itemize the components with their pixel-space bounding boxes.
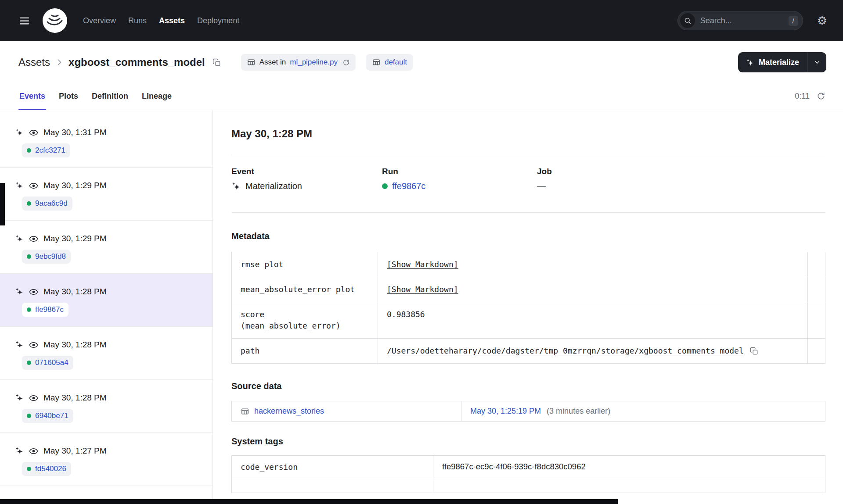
dagster-logo-icon	[42, 7, 68, 34]
metadata-key: rmse plot	[232, 252, 378, 277]
run-id-badge[interactable]: fd540026	[22, 462, 71, 476]
event-label: Event	[231, 167, 382, 176]
materialization-icon	[15, 128, 24, 137]
event-detail-title: May 30, 1:28 PM	[231, 128, 825, 140]
event-run-job-summary: Event Materialization Run ffe9867c Job —	[231, 167, 825, 191]
run-id-link[interactable]: 071605a4	[35, 358, 68, 367]
source-data-row: hackernews_stories May 30, 1:25:19 PM (3…	[232, 401, 825, 422]
hamburger-icon	[18, 15, 30, 27]
run-id-link[interactable]: ffe9867c	[35, 305, 64, 314]
event-list-item[interactable]: May 30, 1:27 PM fd540026	[0, 433, 213, 486]
search-icon	[680, 13, 695, 28]
metadata-value[interactable]: [Show Markdown]	[387, 260, 458, 269]
materialization-icon	[15, 393, 24, 402]
event-column: Event Materialization	[231, 167, 382, 191]
tab[interactable]: Plots	[58, 82, 79, 110]
run-id-link[interactable]: 9aca6c9d	[35, 199, 68, 208]
job-value: —	[537, 181, 825, 191]
run-id-badge[interactable]: 9aca6c9d	[22, 197, 72, 211]
nav-item[interactable]: Runs	[128, 16, 147, 25]
run-id-link[interactable]: 6940be71	[35, 411, 68, 420]
asset-definition-chip[interactable]: Asset in ml_pipeline.py	[241, 54, 356, 71]
reload-code-location-icon[interactable]	[342, 59, 350, 66]
events-sidebar: May 30, 1:31 PM 2cfc3271 May 30, 1:29 PM	[0, 110, 213, 501]
copy-asset-name-icon[interactable]	[210, 56, 223, 69]
refresh-icon[interactable]	[816, 91, 826, 101]
nav-item[interactable]: Overview	[83, 16, 116, 25]
event-timestamp: May 30, 1:28 PM	[43, 393, 107, 403]
asset-tabs-bar: Events Plots Definition Lineage 0:11	[0, 82, 843, 110]
run-id-badge[interactable]: 6940be71	[22, 409, 73, 423]
search-box[interactable]: /	[677, 11, 803, 30]
asset-group-link[interactable]: default	[385, 58, 407, 67]
breadcrumb-assets-link[interactable]: Assets	[18, 56, 50, 68]
search-input[interactable]	[699, 16, 784, 26]
metadata-action-cell	[808, 252, 825, 277]
metadata-action-cell	[808, 339, 825, 364]
run-id-link[interactable]: ffe9867c	[392, 181, 425, 191]
run-id-link[interactable]: 2cfc3271	[35, 146, 65, 155]
asset-in-label: Asset in	[259, 58, 286, 67]
top-nav-bar: Overview Runs Assets Deployment / ⚙︎	[0, 0, 843, 41]
run-id-badge[interactable]: 9ebc9fd8	[22, 250, 71, 264]
run-id-badge[interactable]: 071605a4	[22, 356, 73, 370]
upstream-asset-link[interactable]: hackernews_stories	[254, 407, 324, 416]
copy-path-icon[interactable]	[750, 347, 758, 357]
asset-group-chip[interactable]: default	[366, 54, 413, 71]
asset-table-icon	[241, 407, 249, 416]
system-tags-heading: System tags	[231, 436, 825, 447]
event-list-item[interactable]: May 30, 1:28 PM 6940be71	[0, 380, 213, 433]
page-header: Assets xgboost_comments_model Asset in m…	[0, 41, 843, 82]
asset-group-icon	[372, 58, 381, 67]
code-file-link[interactable]: ml_pipeline.py	[290, 58, 338, 67]
job-column: Job —	[537, 167, 825, 191]
system-tag-row: code_version ffe9867c-ec9c-4f06-939c-f8d…	[232, 456, 825, 478]
source-timestamp-link[interactable]: May 30, 1:25:19 PM	[470, 407, 541, 415]
metadata-value[interactable]: /Users/odetteharary/code/dagster/tmp_0mz…	[387, 346, 744, 355]
source-data-heading: Source data	[231, 381, 825, 391]
event-list-item[interactable]: May 30, 1:29 PM 9ebc9fd8	[0, 221, 213, 274]
metadata-key: path	[232, 339, 378, 364]
event-detail-panel: May 30, 1:28 PM Event Materialization Ru…	[213, 110, 843, 501]
materialize-button[interactable]: Materialize	[738, 52, 807, 72]
content-area: May 30, 1:31 PM 2cfc3271 May 30, 1:29 PM	[0, 110, 843, 501]
materialization-icon	[15, 340, 24, 349]
event-list-item[interactable]: May 30, 1:28 PM 071605a4	[0, 327, 213, 380]
run-id-link[interactable]: 9ebc9fd8	[35, 252, 66, 261]
run-id-badge[interactable]: ffe9867c	[22, 303, 68, 317]
run-success-dot	[27, 254, 31, 259]
screen-edge-artifact-bottom	[0, 499, 618, 504]
run-success-dot	[27, 414, 31, 418]
source-relative-time: (3 minutes earlier)	[547, 407, 610, 415]
page-title: xgboost_comments_model	[68, 56, 205, 68]
settings-gear-icon[interactable]: ⚙︎	[814, 14, 830, 27]
divider	[231, 155, 825, 155]
observation-eye-icon	[29, 234, 38, 243]
nav-item[interactable]: Assets	[159, 16, 185, 25]
run-id-link[interactable]: fd540026	[35, 465, 66, 473]
materialize-dropdown-button[interactable]	[807, 52, 826, 72]
event-list-item[interactable]: May 30, 1:31 PM 2cfc3271	[0, 114, 213, 168]
nav-item[interactable]: Deployment	[197, 16, 239, 25]
materialization-icon	[15, 181, 24, 190]
event-list-item[interactable]: May 30, 1:29 PM 9aca6c9d	[0, 168, 213, 221]
run-id-badge[interactable]: 2cfc3271	[22, 143, 70, 157]
metadata-value[interactable]: [Show Markdown]	[387, 285, 458, 294]
code-location-icon	[247, 58, 256, 67]
dagster-logo[interactable]	[42, 7, 68, 34]
tab[interactable]: Definition	[91, 82, 129, 110]
event-timestamp: May 30, 1:31 PM	[43, 128, 107, 137]
hamburger-menu-button[interactable]	[16, 12, 33, 29]
tab[interactable]: Lineage	[141, 82, 173, 110]
observation-eye-icon	[29, 340, 38, 350]
materialization-icon	[15, 234, 24, 243]
event-list-item[interactable]: May 30, 1:28 PM ffe9867c	[0, 274, 213, 327]
run-success-dot	[382, 183, 388, 189]
run-label: Run	[382, 167, 537, 176]
run-column: Run ffe9867c	[382, 167, 537, 191]
metadata-action-cell	[808, 302, 825, 339]
event-timestamp: May 30, 1:27 PM	[43, 446, 107, 456]
event-timestamp: May 30, 1:29 PM	[43, 234, 107, 243]
tab[interactable]: Events	[18, 82, 46, 110]
system-tag-value: ffe9867c-ec9c-4f06-939c-f8dc830c0962	[433, 456, 825, 478]
